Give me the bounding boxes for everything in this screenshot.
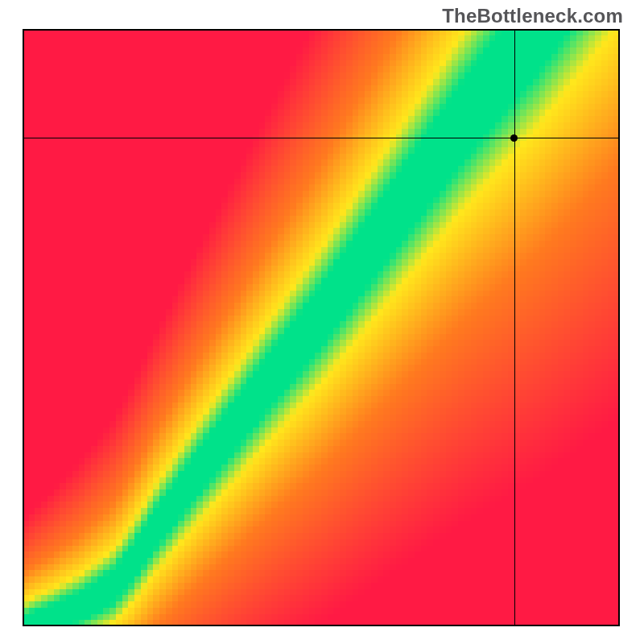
watermark-text: TheBottleneck.com bbox=[442, 5, 623, 27]
heatmap-plot bbox=[23, 29, 620, 626]
chart-container: TheBottleneck.com bbox=[0, 0, 644, 644]
heatmap-canvas bbox=[23, 29, 620, 626]
